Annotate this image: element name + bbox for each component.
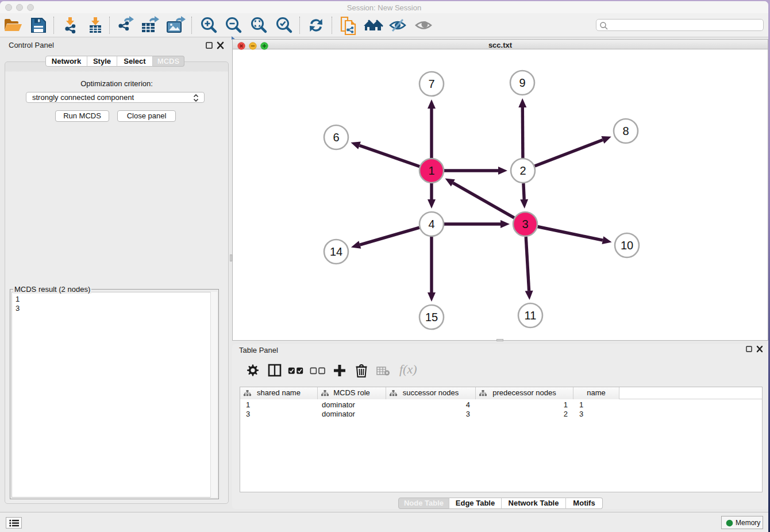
svg-text:2: 2 bbox=[519, 164, 526, 177]
svg-text:14: 14 bbox=[330, 245, 342, 258]
svg-text:4: 4 bbox=[428, 218, 434, 230]
svg-text:15: 15 bbox=[425, 311, 438, 323]
svg-text:9: 9 bbox=[519, 76, 525, 89]
svg-text:3: 3 bbox=[522, 218, 528, 230]
svg-text:8: 8 bbox=[622, 125, 629, 137]
svg-text:6: 6 bbox=[333, 131, 339, 144]
svg-text:10: 10 bbox=[621, 239, 633, 252]
svg-text:11: 11 bbox=[525, 309, 537, 322]
svg-text:1: 1 bbox=[428, 164, 434, 177]
svg-text:7: 7 bbox=[428, 78, 434, 90]
